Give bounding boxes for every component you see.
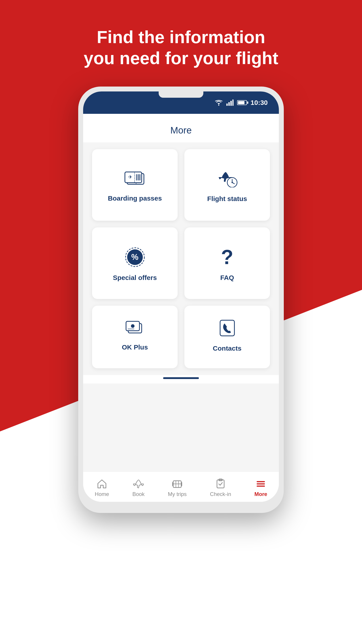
boarding-pass-icon: ✈ [124,170,146,188]
hero-title-line1: Find the information [97,27,265,47]
status-bar: 10:30 [83,92,279,114]
checkin-icon [215,478,226,489]
svg-rect-13 [139,174,139,180]
ok-plus-icon [125,319,145,337]
svg-rect-5 [232,100,234,106]
svg-point-1 [218,105,219,106]
nav-item-mytrips[interactable]: My trips [163,476,191,500]
hero-title: Find the information you need for your f… [61,27,301,69]
battery-tip [247,102,248,104]
flight-status-card[interactable]: Flight status [184,149,270,221]
svg-marker-0 [217,103,220,104]
nav-label-mytrips: My trips [168,491,187,497]
svg-rect-23 [128,328,134,330]
svg-rect-27 [181,482,182,486]
cards-grid: ✈ Boarding passes [83,142,279,306]
nav-item-book[interactable]: Book [128,476,149,500]
ok-plus-card[interactable]: OK Plus [92,306,178,368]
bottom-nav: Home Book My trips [83,472,279,502]
svg-rect-14 [140,174,141,180]
nav-label-book: Book [132,491,145,497]
svg-point-19 [126,248,144,266]
nav-item-more[interactable]: More [250,476,272,500]
svg-text:✈: ✈ [128,174,132,180]
status-bar-content: 10:30 [215,99,268,106]
plane-icon [133,478,144,489]
more-icon [255,478,267,489]
svg-rect-11 [136,174,137,180]
special-offers-label: Special offers [113,274,157,282]
svg-rect-26 [172,482,173,486]
special-offers-card[interactable]: % Special offers [92,228,178,299]
svg-point-22 [131,324,134,328]
svg-rect-24 [220,320,234,336]
svg-rect-3 [228,102,230,106]
home-bar [163,377,199,379]
faq-card[interactable]: ? FAQ [184,228,270,299]
nav-item-home[interactable]: Home [90,476,113,500]
notch [159,92,203,98]
contacts-card[interactable]: Contacts [184,306,270,368]
nav-label-home: Home [95,491,109,497]
cards-third-row: OK Plus Contacts [83,306,279,375]
nav-label-more: More [254,491,267,497]
wifi-icon [215,100,223,106]
trips-icon [171,478,183,489]
boarding-passes-label: Boarding passes [108,194,162,202]
nav-item-checkin[interactable]: Check-in [206,476,236,500]
battery-fill [238,101,245,104]
hero-title-line2: you need for your flight [84,48,278,68]
nav-label-checkin: Check-in [210,491,231,497]
page-title: More [83,114,279,142]
signal-icon [226,100,234,106]
faq-label: FAQ [220,274,234,282]
svg-rect-2 [226,104,228,106]
status-time: 10:30 [251,99,268,106]
phone-frame: 10:30 More [78,86,284,513]
boarding-passes-card[interactable]: ✈ Boarding passes [92,149,178,221]
battery-icon [237,100,247,105]
flight-status-icon [216,170,238,188]
svg-rect-4 [230,101,232,106]
phone-screen: 10:30 More [83,92,279,502]
svg-rect-12 [137,174,138,180]
contacts-icon [218,319,236,338]
faq-icon: ? [221,247,233,267]
home-indicator [83,375,279,384]
screen-content: More ✈ [83,114,279,472]
ok-plus-label: OK Plus [122,344,148,351]
special-offers-icon: % [125,247,145,267]
flight-status-label: Flight status [207,195,247,202]
home-icon [96,478,107,489]
contacts-label: Contacts [213,344,241,352]
